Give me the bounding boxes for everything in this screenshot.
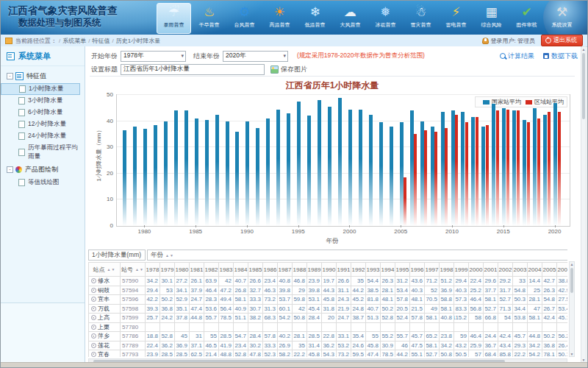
sort-arrows-icon[interactable]: ▲▼: [135, 267, 144, 272]
tree-toggle-icon[interactable]: -: [7, 73, 13, 79]
value-cell: 78.1: [542, 350, 557, 357]
station-name-cell[interactable]: 修水: [88, 277, 121, 286]
radio-icon[interactable]: [91, 306, 96, 311]
column-header-year[interactable]: 2006: [557, 262, 567, 277]
toolbar-item-composite-risk[interactable]: ▦综合风险: [474, 3, 509, 34]
start-year-select[interactable]: 1978年▾: [121, 51, 186, 62]
toolbar-item-high-temp[interactable]: ☀高温普查: [262, 3, 297, 34]
table-row[interactable]: 宜丰5759642.250.252.924.728.349.458.133.37…: [88, 295, 567, 305]
end-year-select[interactable]: 2020年▾: [223, 51, 288, 62]
sidebar-item[interactable]: 12小时降水量: [1, 118, 85, 130]
sidebar-item[interactable]: 1小时降水量: [1, 83, 80, 95]
sidebar-item[interactable]: 等值线绘图: [1, 177, 85, 188]
column-header-year[interactable]: 1991: [337, 262, 351, 277]
tree-toggle-icon[interactable]: -: [7, 166, 13, 173]
station-name-cell[interactable]: 铜鼓: [88, 286, 121, 296]
column-header-year[interactable]: 1988: [293, 262, 307, 277]
toolbar-item-map-review[interactable]: ✔图件审核: [509, 3, 544, 34]
table-vertical-scrollbar[interactable]: ▲ ▼: [569, 261, 575, 357]
column-header-year[interactable]: 1992: [351, 262, 366, 277]
station-name-cell[interactable]: 宜春: [88, 350, 121, 357]
table-row[interactable]: 上栗57780: [88, 323, 567, 333]
station-name-cell[interactable]: 万载: [88, 305, 121, 314]
table-row[interactable]: 宜春5779323.928.528.562.521.448.852.847.85…: [88, 350, 567, 357]
column-header-station[interactable]: 站点▲▼: [88, 262, 121, 277]
column-header-year[interactable]: 1989: [307, 262, 322, 277]
toolbar-item-gale[interactable]: ☁大风普查: [333, 3, 368, 34]
breadcrumb-item[interactable]: 系统菜单: [62, 38, 86, 44]
calc-result-button[interactable]: 计算结果: [500, 52, 534, 61]
column-header-year[interactable]: 2000: [469, 262, 484, 277]
sidebar-group-products[interactable]: -产品图绘制: [1, 163, 85, 177]
station-name-cell[interactable]: 萍乡: [88, 332, 121, 342]
toolbar-item-system-settings[interactable]: ⚒系统设置: [545, 3, 579, 34]
column-header-station-id[interactable]: 站号▲▼: [121, 262, 146, 277]
main-vertical-scrollbar[interactable]: ▲ ▼: [581, 46, 587, 363]
sidebar-item[interactable]: 3小时降水量: [1, 95, 85, 107]
sidebar-item[interactable]: 24小时降水量: [1, 130, 85, 142]
table-row[interactable]: 铜鼓5759429.45334.137.946.447.226.832.746.…: [88, 286, 567, 296]
radio-icon[interactable]: [91, 325, 96, 330]
column-header-year[interactable]: 1981: [190, 262, 204, 277]
toolbar-item-lightning[interactable]: ⚡雷电普查: [439, 3, 473, 34]
radio-icon[interactable]: [91, 297, 96, 302]
toolbar-item-drought[interactable]: ♨干旱普查: [192, 3, 226, 34]
column-header-year[interactable]: 1995: [395, 262, 410, 277]
station-name-cell[interactable]: 上栗: [88, 323, 121, 333]
column-header-year[interactable]: 2004: [528, 262, 542, 277]
sidebar-item[interactable]: 历年暴雨过程平均雨量: [1, 142, 85, 163]
column-header-year[interactable]: 1987: [278, 262, 293, 277]
station-name-cell[interactable]: 上高: [88, 314, 121, 323]
radio-icon[interactable]: [91, 315, 96, 320]
column-header-year[interactable]: 1984: [234, 262, 248, 277]
column-header-year[interactable]: 1993: [366, 262, 381, 277]
toolbar-item-snow[interactable]: ☃雪灾普查: [404, 3, 438, 34]
column-header-year[interactable]: 1979: [160, 262, 175, 277]
toolbar-item-rainstorm[interactable]: ☔暴雨普查: [157, 3, 191, 34]
station-name-cell[interactable]: 莲花: [88, 342, 121, 351]
sort-arrows-icon[interactable]: ▲▼: [165, 253, 174, 258]
save-image-button[interactable]: 保存图片: [270, 65, 307, 74]
column-header-year[interactable]: 1990: [322, 262, 337, 277]
column-header-year[interactable]: 1985: [248, 262, 263, 277]
column-header-year[interactable]: 2005: [542, 262, 557, 277]
table-row[interactable]: 万载5759839.336.835.147.453.656.440.930.73…: [88, 305, 567, 314]
column-header-year[interactable]: 1994: [381, 262, 395, 277]
table-vscroll-thumb[interactable]: [570, 268, 573, 293]
column-header-year[interactable]: 1978: [146, 262, 160, 277]
radio-icon[interactable]: [91, 288, 96, 293]
column-header-year[interactable]: 1982: [204, 262, 219, 277]
breadcrumb-item[interactable]: 特征值: [92, 38, 110, 44]
column-header-year[interactable]: 1999: [454, 262, 469, 277]
station-name-cell[interactable]: 宜丰: [88, 295, 121, 305]
logout-button[interactable]: 退出系统: [541, 35, 583, 46]
toolbar-item-hail[interactable]: ❅冰雹普查: [368, 3, 403, 34]
column-header-year[interactable]: 2002: [498, 262, 513, 277]
toolbar-item-low-temp[interactable]: ❄低温普查: [298, 3, 332, 34]
toolbar-item-typhoon[interactable]: ⚙台风普查: [227, 3, 262, 34]
column-header-year[interactable]: 1996: [410, 262, 425, 277]
table-row[interactable]: 萍乡5778618.852.845315528.554.728.457.840.…: [88, 332, 567, 342]
radio-icon[interactable]: [91, 343, 96, 348]
column-header-year[interactable]: 1980: [175, 262, 190, 277]
data-download-button[interactable]: 数据下载: [543, 52, 578, 61]
radio-icon[interactable]: [91, 333, 96, 339]
table-year-group-header[interactable]: 年份▲▼: [147, 250, 567, 261]
sidebar-group-features[interactable]: -特征值: [1, 69, 85, 83]
chart-title-input[interactable]: [121, 64, 265, 75]
breadcrumb-item[interactable]: 历史1小时降水量: [116, 38, 160, 44]
table-row[interactable]: 上高5759925.724.237.8144.855.778.551.138.2…: [88, 314, 567, 323]
radio-icon[interactable]: [91, 352, 96, 357]
table-row[interactable]: 修水5759034.230.127.226.163.94240.726.623.…: [88, 277, 567, 286]
sort-arrows-icon[interactable]: ▲▼: [107, 267, 116, 272]
column-header-year[interactable]: 1998: [440, 262, 454, 277]
column-header-year[interactable]: 1997: [425, 262, 440, 277]
radio-icon[interactable]: [91, 278, 96, 283]
sidebar-item[interactable]: 6小时降水量: [1, 107, 85, 118]
main-vscroll-thumb[interactable]: [582, 53, 585, 119]
column-header-year[interactable]: 2001: [484, 262, 498, 277]
column-header-year[interactable]: 1986: [263, 262, 278, 277]
column-header-year[interactable]: 2003: [513, 262, 528, 277]
table-row[interactable]: 莲花5778922.436.236.937.146.541.923.430.23…: [88, 342, 567, 351]
column-header-year[interactable]: 1983: [219, 262, 234, 277]
